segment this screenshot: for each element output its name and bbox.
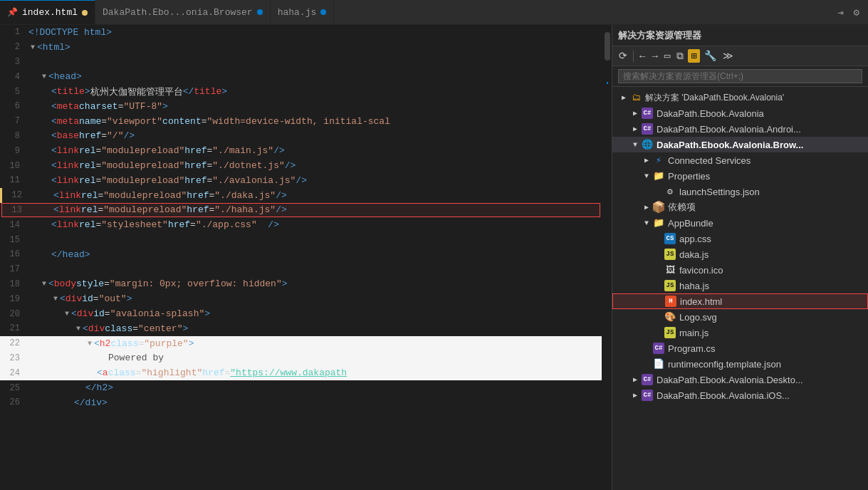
code-line-10: 10 <link rel="modulepreload" href="./dot… — [0, 158, 602, 173]
copy-icon[interactable]: ⧉ — [674, 50, 686, 63]
android-label: DakaPath.Ebook.Avalonia.Androi... — [657, 124, 801, 135]
runtime-label: runtimeconfig.template.json — [668, 359, 781, 370]
code-line-9: 9 <link rel="modulepreload" href="./main… — [0, 143, 602, 158]
browser-label: DakaPath.Ebook.Avalonia.Brow... — [657, 140, 803, 150]
tree-item-avalonia[interactable]: ▶ C# DakaPath.Ebook.Avalonia — [612, 105, 868, 121]
tree-item-main-js[interactable]: JS main.js — [612, 325, 868, 340]
code-line-24: 24 <a class="highlight" href="https://ww… — [0, 365, 602, 380]
forward-icon[interactable]: → — [649, 50, 659, 63]
js-icon-haha: JS — [664, 279, 676, 292]
tree-item-app-css[interactable]: CS app.css — [612, 231, 868, 246]
code-line-14: 14 <link rel="stylesheet" href="./app.cs… — [0, 217, 602, 232]
arrow-desktop: ▶ — [629, 375, 641, 384]
arrow-browser: ▼ — [629, 141, 641, 149]
close-dot — [82, 10, 88, 16]
tree-item-daka-js[interactable]: JS daka.js — [612, 246, 868, 262]
code-line-19: 19 ▼ <div id="out"> — [0, 291, 602, 306]
svg-icon: 🎨 — [664, 311, 676, 323]
fold-18[interactable]: ▼ — [40, 280, 48, 288]
search-input[interactable] — [618, 69, 862, 83]
code-line-16: 16 </head> — [0, 247, 602, 262]
tab-haha-js[interactable]: haha.js — [271, 0, 335, 24]
program-icon: C# — [652, 342, 665, 355]
logo-svg-label: Logo.svg — [679, 312, 717, 323]
launch-settings-label: launchSettings.json — [679, 187, 760, 197]
fold-2[interactable]: ▼ — [28, 43, 37, 51]
ico-icon: 🖼 — [664, 264, 676, 276]
tree-item-index-html[interactable]: H index.html — [612, 293, 868, 309]
app-css-label: app.css — [679, 234, 711, 244]
code-line-5: 5 <title>杭州大伽智能管理平台</title> — [0, 84, 602, 99]
arrow-appbundle: ▼ — [641, 219, 652, 227]
tree-item-properties[interactable]: ▼ 📁 Properties — [612, 168, 868, 184]
fold-19[interactable]: ▼ — [51, 295, 60, 303]
solution-explorer-panel: 解决方案资源管理器 ⟳ ← → ▭ ⧉ ⊞ 🔧 ≫ ▶ 🗂 解决方案 'Daka… — [612, 25, 868, 490]
tab-dakapath[interactable]: DakaPath.Ebo...onia.Browser — [95, 0, 271, 24]
code-line-15: 15 — [0, 232, 602, 247]
code-line-18: 18 ▼ <body style="margin: 0px; overflow:… — [0, 277, 602, 292]
fold-21[interactable]: ▼ — [74, 325, 83, 333]
arrow-connected: ▶ — [641, 156, 652, 165]
code-line-13: 13 <link rel="modulepreload" href="./hah… — [1, 203, 600, 218]
arrow-avalonia: ▶ — [629, 109, 641, 118]
html-icon: H — [664, 295, 677, 308]
desktop-label: DakaPath.Ebook.Avalonia.Deskto... — [657, 375, 803, 385]
csharp-icon-4: C# — [641, 389, 654, 402]
editor-scrollbar[interactable] — [602, 25, 612, 490]
arrow-dep: ▶ — [641, 203, 652, 212]
arrow-solution: ▶ — [618, 93, 629, 102]
filter-icon[interactable]: ⊞ — [688, 49, 699, 63]
code-line-2: 2 ▼ <html> — [0, 40, 602, 55]
tab-label: haha.js — [278, 7, 317, 18]
tree-item-favicon[interactable]: 🖼 favicon.ico — [612, 262, 868, 278]
props-icon[interactable]: 🔧 — [702, 49, 718, 63]
code-line-20: 20 ▼ <div id="avalonia-splash"> — [0, 306, 602, 321]
code-line-7: 7 <meta name="viewport" content="width=d… — [0, 114, 602, 129]
code-line-21: 21 ▼ <div class="center"> — [0, 321, 602, 336]
js-icon-daka: JS — [664, 248, 676, 261]
tree-item-haha-js[interactable]: JS haha.js — [612, 278, 868, 293]
code-line-3: 3 — [0, 55, 602, 70]
code-line-25: 25 </h2> — [0, 380, 602, 395]
tree-item-runtimeconfig[interactable]: 📄 runtimeconfig.template.json — [612, 356, 868, 372]
properties-label: Properties — [668, 171, 710, 182]
tree-item-appbundle[interactable]: ▼ 📁 AppBundle — [612, 215, 868, 231]
arrow-android: ▶ — [629, 125, 641, 133]
settings-icon[interactable]: ⚙ — [851, 5, 862, 20]
fold-4[interactable]: ▼ — [40, 73, 48, 80]
tree-item-browser[interactable]: ▼ 🌐 DakaPath.Ebook.Avalonia.Brow... — [612, 137, 868, 152]
tree-item-logo-svg[interactable]: 🎨 Logo.svg — [612, 309, 868, 325]
collapse-all-icon[interactable]: ▭ — [662, 49, 672, 63]
js-icon-main: JS — [664, 326, 676, 339]
code-line-23: 23 Powered by — [0, 351, 602, 366]
split-editor-icon[interactable]: ⇥ — [835, 5, 846, 20]
close-dot — [257, 9, 263, 15]
tree-item-launch-settings[interactable]: ⚙️ launchSettings.json — [612, 184, 868, 199]
tree-item-program-cs[interactable]: C# Program.cs — [612, 340, 868, 356]
code-line-11: 11 <link rel="modulepreload" href="./ava… — [0, 173, 602, 188]
fold-22[interactable]: ▼ — [85, 340, 94, 348]
tab-bar: 📌 index.html DakaPath.Ebo...onia.Browser… — [0, 0, 868, 25]
tab-label: index.html — [22, 7, 78, 18]
tree-item-ios[interactable]: ▶ C# DakaPath.Ebook.Avalonia.iOS... — [612, 387, 868, 403]
tree-item-connected-services[interactable]: ▶ ⚡ Connected Services — [612, 152, 868, 168]
json-icon: 📄 — [652, 358, 665, 370]
tree-item-dependencies[interactable]: ▶ 📦 依赖项 — [612, 199, 868, 215]
tree-item-desktop[interactable]: ▶ C# DakaPath.Ebook.Avalonia.Deskto... — [612, 372, 868, 387]
code-line-6: 6 <meta charset="UTF-8"> — [0, 99, 602, 114]
csharp-icon-1: C# — [641, 107, 654, 120]
tree-item-android[interactable]: ▶ C# DakaPath.Ebook.Avalonia.Androi... — [612, 121, 868, 137]
daka-js-label: daka.js — [679, 249, 708, 260]
editor-area: 1 <!DOCTYPE html> 2 ▼ <html> 3 — [0, 25, 612, 490]
tree-item-solution[interactable]: ▶ 🗂 解决方案 'DakaPath.Ebook.Avalonia' — [612, 90, 868, 105]
sync-icon[interactable]: ⟳ — [617, 49, 629, 63]
pin-icon: 📌 — [7, 7, 18, 18]
fold-20[interactable]: ▼ — [63, 310, 71, 318]
main-js-label: main.js — [679, 328, 708, 338]
code-line-8: 8 <base href="/" /> — [0, 129, 602, 144]
tab-index-html[interactable]: 📌 index.html — [0, 0, 95, 24]
back-icon[interactable]: ← — [637, 50, 647, 63]
more-icon[interactable]: ≫ — [721, 49, 736, 63]
code-line-4: 4 ▼ <head> — [0, 69, 602, 84]
solution-label: 解决方案 'DakaPath.Ebook.Avalonia' — [645, 92, 784, 104]
